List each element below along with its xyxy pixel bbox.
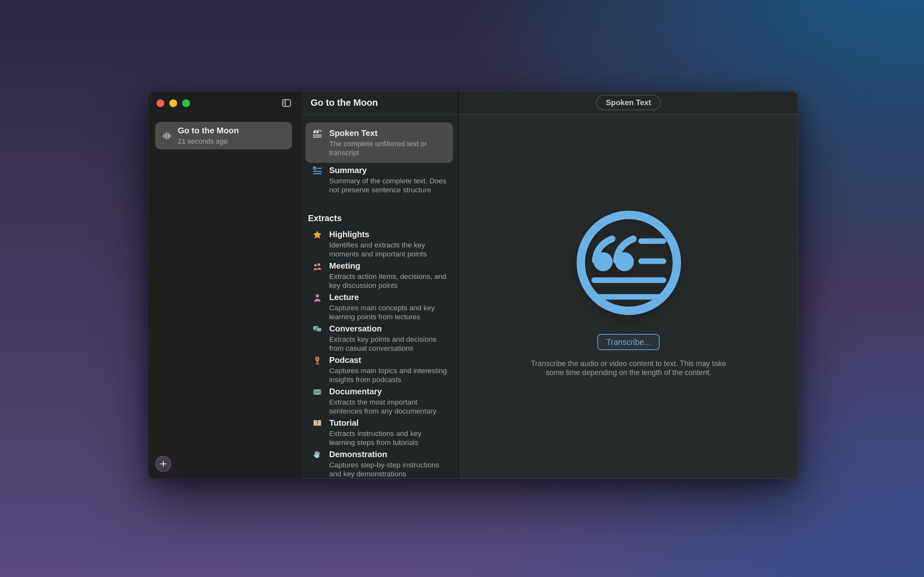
chat-bubbles-icon	[310, 324, 323, 334]
desktop-wallpaper: Go to the Moon 21 seconds ago Go to the …	[0, 0, 924, 577]
extract-title: Documentary	[329, 387, 448, 397]
extracts-section-header: Extracts	[308, 213, 451, 223]
format-subtitle: The complete unfiltered text or transcri…	[329, 140, 448, 157]
quote-text-icon	[310, 129, 323, 139]
quote-circle-icon	[573, 207, 684, 319]
format-item-spoken-text[interactable]: Spoken Text The complete unfiltered text…	[305, 122, 453, 163]
formats-list: Spoken Text The complete unfiltered text…	[300, 115, 458, 479]
format-subtitle: Summary of the complete text. Does not p…	[329, 177, 448, 194]
extract-subtitle: Extracts the most important sentences fr…	[329, 398, 448, 416]
extract-subtitle: Extracts action items, decisions, and ke…	[329, 272, 448, 290]
hand-icon	[310, 450, 323, 460]
extract-subtitle: Identifies and extracts the key moments …	[329, 241, 448, 258]
extract-item-demonstration[interactable]: Demonstration Captures step-by-step inst…	[305, 448, 453, 479]
recording-timestamp: 21 seconds ago	[178, 137, 239, 145]
extract-title: Podcast	[329, 355, 448, 366]
formats-panel: Go to the Moon	[300, 91, 458, 479]
sidebar-titlebar	[148, 91, 300, 115]
extract-title: Meeting	[329, 261, 448, 271]
extract-item-conversation[interactable]: Conversation Extracts key points and dec…	[305, 322, 453, 354]
extract-subtitle: Captures step-by-step instructions and k…	[329, 461, 448, 478]
film-frame-icon	[310, 387, 323, 397]
format-item-summary[interactable]: Summary Summary of the complete text. Do…	[305, 164, 453, 195]
extract-title: Highlights	[329, 229, 448, 240]
person-icon	[310, 293, 323, 303]
microphone-icon	[310, 356, 323, 366]
minimize-window-button[interactable]	[170, 99, 177, 107]
extract-item-podcast[interactable]: Podcast Captures main topics and interes…	[305, 354, 453, 385]
detail-pane: Spoken Text	[459, 91, 798, 479]
extract-subtitle: Captures main topics and interesting ins…	[329, 367, 448, 384]
extract-item-highlights[interactable]: Highlights Identifies and extracts the k…	[305, 228, 453, 259]
sidebar: Go to the Moon 21 seconds ago	[148, 91, 300, 479]
extract-subtitle: Extracts key points and decisions from c…	[329, 335, 448, 353]
waveform-icon	[162, 131, 172, 141]
format-title: Spoken Text	[329, 128, 448, 139]
app-window: Go to the Moon 21 seconds ago Go to the …	[148, 91, 798, 479]
close-window-button[interactable]	[157, 99, 164, 107]
open-book-icon	[310, 419, 323, 428]
recording-list-item[interactable]: Go to the Moon 21 seconds ago	[155, 122, 292, 149]
spoken-text-pill[interactable]: Spoken Text	[596, 95, 661, 110]
recording-text: Go to the Moon 21 seconds ago	[178, 126, 239, 145]
zoom-window-button[interactable]	[182, 99, 190, 107]
extract-title: Conversation	[329, 324, 448, 334]
extract-title: Demonstration	[329, 450, 448, 460]
extract-item-tutorial[interactable]: Tutorial Extracts instructions and key l…	[305, 417, 453, 448]
format-title: Summary	[329, 165, 448, 176]
star-icon	[310, 230, 323, 240]
recording-title: Go to the Moon	[178, 126, 239, 136]
extract-item-meeting[interactable]: Meeting Extracts action items, decisions…	[305, 259, 453, 291]
extract-item-lecture[interactable]: Lecture Captures main concepts and key l…	[305, 291, 453, 322]
extract-title: Tutorial	[329, 418, 448, 428]
transcribe-button[interactable]: Transcribe...	[598, 334, 660, 350]
panel-header-title: Go to the Moon	[300, 91, 458, 115]
transcribe-caption: Transcribe the audio or video content to…	[530, 359, 727, 376]
two-people-icon	[310, 261, 323, 271]
toggle-sidebar-icon[interactable]	[281, 97, 292, 108]
detail-content: Transcribe... Transcribe the audio or vi…	[459, 115, 798, 479]
add-recording-button[interactable]	[155, 456, 171, 472]
extract-subtitle: Extracts instructions and key learning s…	[329, 430, 448, 447]
extract-title: Lecture	[329, 292, 448, 303]
extract-subtitle: Captures main concepts and key learning …	[329, 304, 448, 321]
traffic-lights	[157, 99, 190, 107]
detail-toolbar: Spoken Text	[459, 91, 798, 115]
extract-item-documentary[interactable]: Documentary Extracts the most important …	[305, 385, 453, 417]
checklist-icon	[310, 166, 323, 176]
